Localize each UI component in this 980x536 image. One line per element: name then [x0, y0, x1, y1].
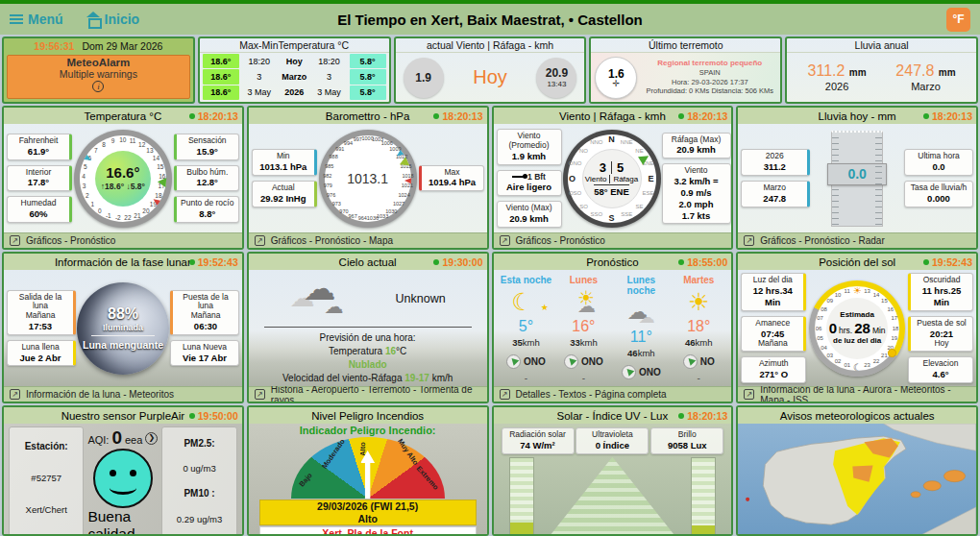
- darkness-box: Oscuridad11 hrs.25 Min: [908, 273, 973, 311]
- update-time: 18:20:13: [433, 108, 482, 124]
- panel-fire-danger: Nivel Peligro Incendios Indicador Peligr…: [247, 405, 489, 536]
- hour-forecast-condition: Nublado: [255, 358, 481, 372]
- panel-title: Último terremoto: [591, 38, 780, 53]
- wind-compass: 35 VientoRáfaga 58° ENE NNNENEENEEESESES…: [563, 130, 661, 228]
- fahrenheit-box: Fahrenheit61.9°: [7, 134, 72, 160]
- quake-details: Regional terremoto pequeño SPAIN Hora: 2…: [643, 59, 776, 95]
- home-button[interactable]: Inicio: [86, 12, 140, 27]
- external-link-icon: ↗: [10, 235, 20, 246]
- current-date: Dom 29 Mar 2026: [82, 40, 162, 52]
- hour-forecast-title: Previsión de una hora:: [255, 331, 481, 345]
- topbar: Menú Inicio El Tiempo en Xert, Baix Maes…: [0, 0, 980, 35]
- fire-indicator-heading: Indicador Peligro Incendio:: [300, 425, 436, 436]
- external-link-icon: ↗: [10, 389, 20, 400]
- wind-max-box: Viento (Max)20.9 kmh: [497, 201, 562, 228]
- spain-warnings-map[interactable]: [738, 424, 976, 535]
- rain-gauge: 0.0: [831, 131, 883, 227]
- panel-title: Max-MinTemperatura °C: [200, 38, 389, 53]
- panel-sun-position: Posición del sol19:52:43 Luz del dia12 h…: [736, 252, 978, 403]
- temperature-links[interactable]: ↗Gráficos - Pronóstico: [4, 232, 242, 248]
- panel-solar-uv-lux: Solar - Índice UV - Lux18:20:13 Radiació…: [492, 405, 734, 536]
- panel-rain-today: Lluvia hoy - mm18:20:13 2026311.2 Marzo2…: [736, 106, 978, 250]
- feels-like-box: Sensación15.9°: [174, 134, 239, 160]
- wind-conversions-box: Viento3.2 km/h =0.9 m/s2.0 mph1.7 kts: [662, 163, 731, 224]
- sun-links[interactable]: ↗Información de la luna - Aurora - Meteo…: [738, 386, 976, 402]
- uv-index-meter: [550, 457, 674, 536]
- wind-dir-icon: [506, 354, 521, 369]
- panel-title: Viento | Ráfaga - kmh: [559, 110, 666, 122]
- pressure-actual-box: Actual29.92 InHg: [252, 181, 317, 207]
- eea-link-icon[interactable]: ❯: [145, 432, 158, 445]
- wind-links[interactable]: ↗Gráficos - Pronóstico: [494, 232, 732, 248]
- panel-title: Lluvia hoy - mm: [819, 110, 896, 122]
- external-link-icon: ↗: [744, 389, 754, 400]
- panel-wind: Viento | Ráfaga - kmh18:20:13 Viento (Pr…: [492, 106, 734, 250]
- external-link-icon: ↗: [255, 389, 265, 400]
- forecast-col-tuesday: Martes ☀ 18° 46kmh NO -: [670, 274, 727, 386]
- panel-title: Posición del sol: [819, 256, 895, 268]
- beaufort-icon: [512, 176, 526, 178]
- pressure-max-box: Max1019.4 hPa: [419, 165, 484, 192]
- panel-title: Nuestro sensor PurpleAir: [61, 410, 184, 422]
- air-quality-smiley: [93, 449, 153, 508]
- forecast-links[interactable]: ↗Detalles - Textos - Página completa: [494, 386, 732, 402]
- moon-phase-image: 88% Iluminada Luna menguante: [77, 282, 169, 375]
- menu-button[interactable]: Menú: [10, 12, 63, 27]
- panel-title: Nivel Peligro Incendios: [311, 410, 424, 422]
- azimuth-box: Azimuth271° O: [741, 356, 806, 383]
- alarm-name: MeteoAlarm: [8, 57, 189, 68]
- hamburger-icon: [10, 14, 23, 24]
- update-time: 19:50:00: [189, 407, 238, 424]
- sunset-box: Puesta de sol20:21Hoy: [908, 316, 973, 352]
- station-box: Estación:#52757Xert/Chert(40.52,0.16): [9, 426, 84, 536]
- update-time: 19:52:43: [189, 254, 238, 270]
- barometer-gauge: 1013.1 100010031006100910121015101810211…: [319, 130, 417, 228]
- panel-earthquake: Último terremoto 1.6✛ Regional terremoto…: [589, 37, 782, 104]
- wind-average-value: 1.9: [404, 58, 444, 98]
- panel-meteoalarm: 19:56:31Dom 29 Mar 2026 MeteoAlarm Multi…: [2, 37, 195, 104]
- maxmin-table: 18.6°18:20Hoy18:205.8° 18.6°3Marzo35.8° …: [200, 53, 389, 102]
- beaufort-box: 1 BftAire ligero: [497, 170, 562, 197]
- pressure-min-box: Min1013.1 hPa: [252, 149, 317, 176]
- panel-title: Temperatura °C: [85, 110, 162, 122]
- hour-forecast-wind: Velocidad del viento-Ráfaga 19-17 km/h: [255, 372, 481, 385]
- pm-box: PM2.5:0 ug/m3PM10 :0.29 ug/m30 AQI: [161, 426, 236, 536]
- rain-last-hour-box: Ultima hora0.0: [904, 149, 973, 176]
- quake-epicenter-icon: ✛: [613, 81, 621, 87]
- hour-forecast-temp: Temperatura 16°C: [255, 345, 481, 358]
- info-icon[interactable]: i: [92, 81, 104, 92]
- fire-fwi-band: 29/03/2026 (FWI 21,5)Alto: [259, 499, 477, 525]
- barometer-links[interactable]: ↗Gráficos - Pronóstico - Mapa: [249, 232, 487, 248]
- moon-links[interactable]: ↗Información de la luna - Meteoritos: [4, 386, 242, 402]
- uv-index-box: Ultravioleta0 Índice: [576, 427, 649, 454]
- moon-icon: ☾★: [511, 290, 541, 314]
- current-time: 19:56:31: [34, 40, 74, 52]
- panel-title: actual Viento | Ráfaga - kmh: [396, 38, 585, 53]
- indoor-temp-box: Interior17.8°: [7, 165, 72, 192]
- wind-dir-icon: [622, 365, 636, 379]
- rain-links[interactable]: ↗Gráficos - Pronóstico - Radar: [738, 232, 976, 248]
- panel-barometer: Baromettro - hPa18:20:13 Min1013.1 hPa A…: [247, 106, 489, 250]
- status-dot: [189, 259, 195, 265]
- panel-title: Baromettro - hPa: [326, 110, 410, 122]
- panel-warnings-map: Avisos meteorologicos actuales: [736, 405, 978, 536]
- daylight-box: Luz del dia12 hrs.34 Min: [741, 273, 806, 311]
- fire-danger-gauge: Bajo Moderado Alto Muy Alto Extremo: [291, 437, 445, 499]
- panel-title: Información de la fase lunar: [55, 256, 191, 268]
- panel-title: Avisos meteorologicos actuales: [780, 410, 935, 422]
- fire-location: Xert, Pla de la Font: [259, 526, 477, 536]
- weather-dashboard: Menú Inicio El Tiempo en Xert, Baix Maes…: [0, 0, 980, 536]
- panel-title: Cielo actual: [339, 256, 397, 268]
- wind-period-label: Hoy: [473, 66, 507, 88]
- external-link-icon: ↗: [744, 235, 754, 246]
- forecast-col-monday-night: Lunes noche ☁☁ 11° 46kmh ONO -: [612, 274, 670, 386]
- panel-title: Pronóstico: [586, 256, 638, 268]
- meteoalarm-warning[interactable]: MeteoAlarm Multiple warnings i: [7, 55, 190, 99]
- panel-maxmin-temperature: Max-MinTemperatura °C 18.6°18:20Hoy18:20…: [198, 37, 391, 104]
- rain-year-box: 2026311.2: [741, 149, 810, 176]
- sunrise-box: Amanece07:45Mañana: [741, 316, 806, 352]
- air-quality-text: Buena calidad del aire: [87, 508, 158, 536]
- sky-links[interactable]: ↗Historia - Aeropuerto - Terremoto - Tor…: [249, 386, 487, 402]
- unit-toggle-button[interactable]: °F: [946, 8, 970, 32]
- panel-current-sky: Cielo actual19:30:00 ☁☁☁ Unknown Previsi…: [247, 252, 489, 403]
